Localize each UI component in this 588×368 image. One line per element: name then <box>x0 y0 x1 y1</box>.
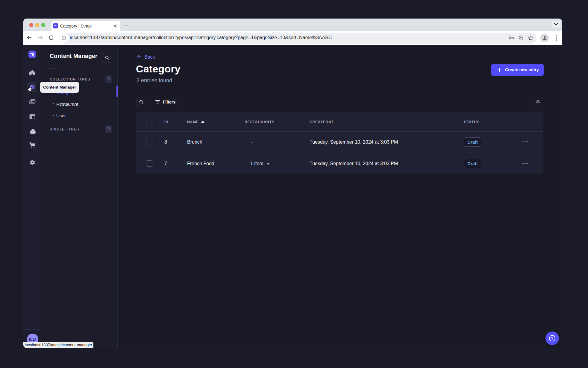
svg-text:?: ? <box>551 336 553 340</box>
